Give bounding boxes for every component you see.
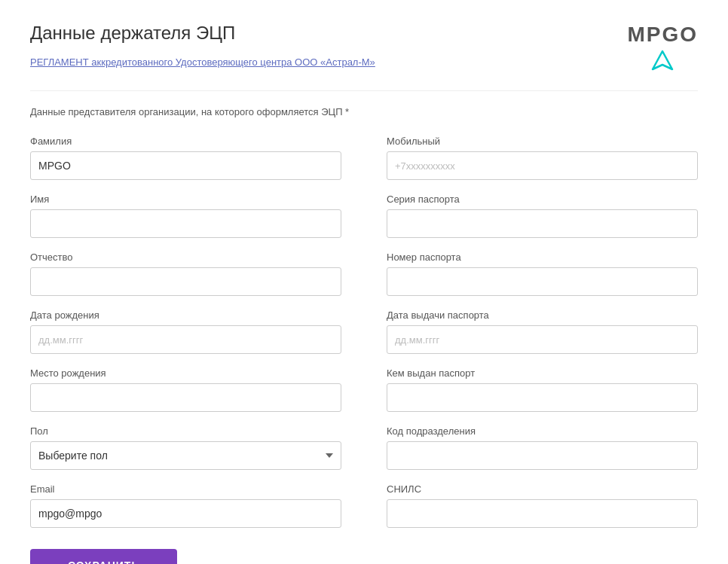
passport-issuer-label: Кем выдан паспорт (387, 367, 698, 379)
svg-marker-0 (653, 51, 672, 69)
lastname-group: Фамилия (30, 136, 341, 180)
email-input[interactable] (30, 499, 341, 528)
email-group: Email (30, 483, 341, 528)
passport-series-group: Серия паспорта (387, 194, 698, 238)
passport-number-input[interactable] (387, 267, 698, 296)
firstname-label: Имя (30, 194, 341, 205)
section-description: Данные представителя организации, на кот… (30, 106, 698, 117)
passport-date-group: Дата выдачи паспорта (387, 309, 698, 354)
department-code-input[interactable] (387, 441, 698, 470)
mobile-input[interactable] (387, 151, 698, 180)
lastname-input[interactable] (30, 151, 341, 180)
passport-number-group: Номер паспорта (387, 252, 698, 296)
snils-label: СНИЛС (387, 483, 698, 495)
gender-select[interactable]: Выберите пол Мужской Женский (30, 441, 341, 470)
mobile-label: Мобильный (387, 136, 698, 147)
gender-group: Пол Выберите пол Мужской Женский (30, 425, 341, 470)
passport-number-label: Номер паспорта (387, 252, 698, 263)
patronymic-group: Отчество (30, 252, 341, 296)
mobile-group: Мобильный (387, 136, 698, 180)
logo: MPGO (627, 23, 698, 72)
gender-label: Пол (30, 425, 341, 437)
regulation-link[interactable]: РЕГЛАМЕНТ аккредитованного Удостоверяюще… (30, 56, 375, 68)
save-button[interactable]: СОХРАНИТЬ (30, 549, 177, 564)
passport-date-label: Дата выдачи паспорта (387, 309, 698, 321)
birthdate-group: Дата рождения (30, 309, 341, 354)
passport-issuer-group: Кем выдан паспорт (387, 367, 698, 412)
navigation-arrow-icon (651, 50, 674, 72)
page-title: Данные держателя ЭЦП (30, 23, 698, 44)
birthplace-label: Место рождения (30, 367, 341, 379)
birthplace-input[interactable] (30, 383, 341, 412)
snils-input[interactable] (387, 499, 698, 528)
birthplace-group: Место рождения (30, 367, 341, 412)
firstname-input[interactable] (30, 209, 341, 238)
divider (30, 90, 698, 91)
passport-date-input[interactable] (387, 325, 698, 354)
snils-group: СНИЛС (387, 483, 698, 528)
department-code-group: Код подразделения (387, 425, 698, 470)
birthdate-label: Дата рождения (30, 309, 341, 321)
passport-issuer-input[interactable] (387, 383, 698, 412)
lastname-label: Фамилия (30, 136, 341, 147)
email-label: Email (30, 483, 341, 495)
department-code-label: Код подразделения (387, 425, 698, 437)
patronymic-label: Отчество (30, 252, 341, 263)
passport-series-label: Серия паспорта (387, 194, 698, 205)
passport-series-input[interactable] (387, 209, 698, 238)
birthdate-input[interactable] (30, 325, 341, 354)
logo-text: MPGO (627, 23, 698, 47)
firstname-group: Имя (30, 194, 341, 238)
form-grid: Фамилия Имя Отчество Дата рождения Место… (30, 136, 698, 541)
patronymic-input[interactable] (30, 267, 341, 296)
